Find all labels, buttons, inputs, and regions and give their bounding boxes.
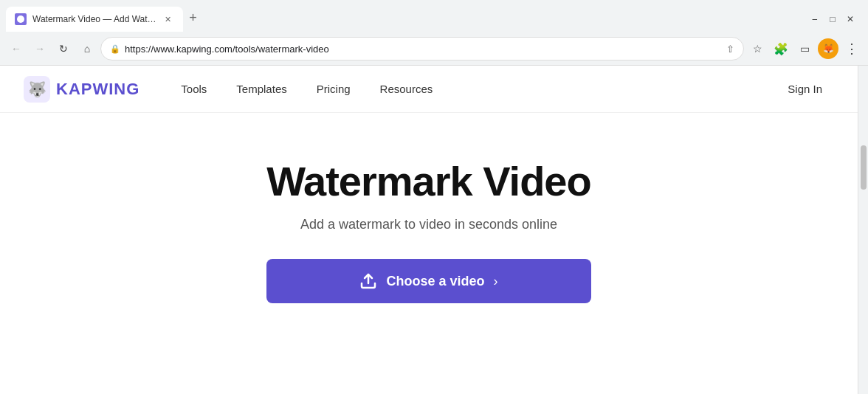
url-text: https://www.kapwing.com/tools/watermark-… — [125, 44, 722, 55]
address-bar[interactable]: 🔒 https://www.kapwing.com/tools/watermar… — [100, 37, 744, 61]
hero-subtitle: Add a watermark to video in seconds onli… — [300, 217, 557, 232]
forward-button[interactable]: → — [30, 38, 50, 59]
logo-icon: 🐺 — [24, 76, 50, 103]
scrollbar-thumb[interactable] — [861, 145, 867, 190]
hero-section: Watermark Video Add a watermark to video… — [0, 113, 858, 333]
tab-favicon — [15, 13, 27, 25]
new-tab-button[interactable]: + — [183, 7, 204, 28]
maximize-button[interactable]: □ — [827, 13, 838, 25]
extensions-button[interactable]: 🧩 — [771, 38, 791, 59]
minimize-button[interactable]: ‒ — [809, 13, 821, 25]
tab-title: Watermark Video — Add Wat… — [32, 14, 156, 24]
home-button[interactable]: ⌂ — [77, 38, 97, 59]
share-icon: ⇧ — [726, 44, 734, 55]
nav-resources[interactable]: Resources — [368, 77, 445, 101]
nav-links: Tools Templates Pricing Resources — [169, 77, 776, 101]
hero-title: Watermark Video — [266, 157, 590, 205]
close-window-button[interactable]: ✕ — [844, 13, 856, 25]
logo-link[interactable]: 🐺 KAPWING — [24, 76, 140, 103]
menu-button[interactable]: ⋮ — [841, 38, 862, 59]
profile-button[interactable]: 🦊 — [818, 38, 838, 59]
refresh-button[interactable]: ↻ — [53, 38, 74, 59]
upload-icon — [359, 272, 377, 290]
nav-tools[interactable]: Tools — [169, 77, 218, 101]
choose-video-label: Choose a video — [386, 274, 484, 289]
sidebar-button[interactable]: ▭ — [794, 38, 815, 59]
nav-pricing[interactable]: Pricing — [305, 77, 362, 101]
choose-video-button[interactable]: Choose a video › — [266, 259, 591, 303]
sign-in-button[interactable]: Sign In — [776, 77, 834, 101]
tab-close-button[interactable]: ✕ — [162, 13, 174, 25]
back-button[interactable]: ← — [6, 38, 27, 59]
chevron-right-icon: › — [494, 274, 498, 289]
scrollbar-track[interactable] — [858, 66, 868, 394]
nav-templates[interactable]: Templates — [224, 77, 298, 101]
lock-icon: 🔒 — [110, 44, 120, 54]
site-navigation: 🐺 KAPWING Tools Templates Pricing Resour… — [0, 66, 858, 113]
bookmark-button[interactable]: ☆ — [747, 38, 768, 59]
logo-text: KAPWING — [56, 80, 140, 99]
